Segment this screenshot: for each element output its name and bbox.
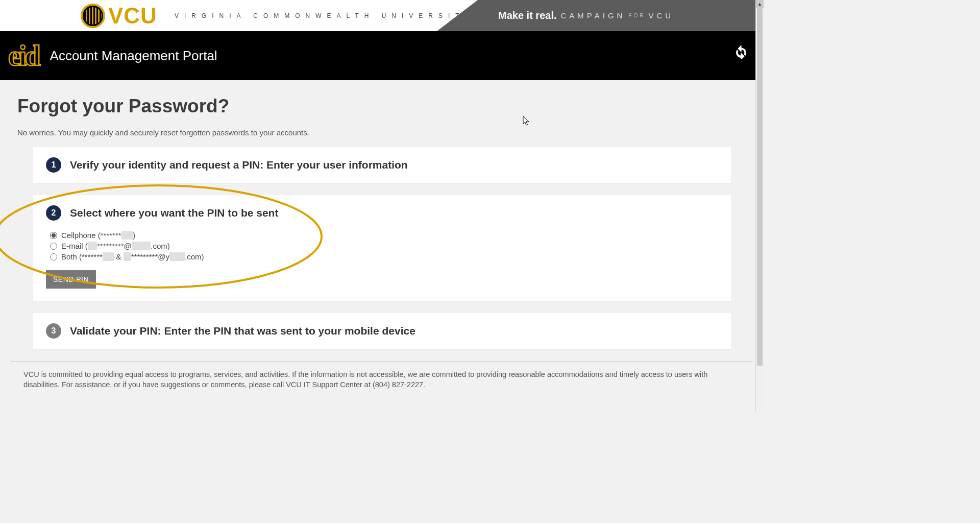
vcu-seal-icon [81, 4, 105, 28]
vcu-logo-text: VCU [108, 3, 157, 29]
portal-header: eid Account Management Portal [0, 31, 764, 80]
mouse-cursor-icon [523, 116, 530, 126]
send-pin-button[interactable]: SEND PIN [46, 270, 96, 289]
footer-divider [11, 361, 752, 362]
refresh-icon[interactable] [734, 44, 748, 59]
vcu-logo[interactable]: VCU [81, 3, 157, 29]
university-full-name: VIRGINIA COMMONWEALTH UNIVERSITY [175, 12, 475, 19]
vcu-text: VCU [649, 11, 674, 20]
page-title: Forgot your Password? [17, 96, 746, 117]
eid-logo-icon[interactable]: eid [8, 41, 39, 70]
step-2-title: Select where you want the PIN to be sent [70, 207, 278, 219]
campaign-text: CAMPAIGN [561, 11, 626, 20]
make-it-real-text: Make it real. [498, 10, 557, 21]
step-3-card[interactable]: 3 Validate your PIN: Enter the PIN that … [33, 313, 731, 349]
vcu-top-banner: VCU VIRGINIA COMMONWEALTH UNIVERSITY Mak… [0, 0, 764, 31]
step-number-3: 3 [46, 323, 61, 339]
footer-accessibility-text: VCU is committed to providing equal acce… [0, 370, 764, 390]
main-content: Forgot your Password? No worries. You ma… [0, 80, 764, 349]
radio-cellphone[interactable] [50, 232, 57, 239]
page-subtitle: No worries. You may quickly and securely… [17, 128, 746, 137]
option-cellphone[interactable]: Cellphone (*******xxx) [50, 231, 718, 240]
step-1-title: Verify your identity and request a PIN: … [70, 159, 408, 171]
option-both[interactable]: Both (*******xxx & xx*********@yxxxx.com… [50, 252, 718, 261]
step-number-2: 2 [46, 205, 61, 221]
browser-scrollbar[interactable]: ▲ [755, 0, 764, 412]
option-both-label: Both (*******xxx & xx*********@yxxxx.com… [61, 252, 204, 261]
pin-destination-options: Cellphone (*******xxx) E-mail (jxx******… [50, 231, 718, 261]
steps-container: 1 Verify your identity and request a PIN… [17, 147, 746, 349]
radio-email[interactable] [50, 243, 57, 250]
radio-both[interactable] [50, 253, 57, 260]
step-number-1: 1 [46, 157, 61, 173]
option-email[interactable]: E-mail (jxx*********@xxxxx.com) [50, 242, 718, 250]
step-1-card[interactable]: 1 Verify your identity and request a PIN… [33, 147, 731, 183]
portal-title: Account Management Portal [50, 48, 217, 64]
option-email-label: E-mail (jxx*********@xxxxx.com) [61, 242, 170, 250]
scroll-thumb[interactable] [757, 8, 763, 366]
for-text: FOR [628, 13, 645, 18]
option-cellphone-label: Cellphone (*******xxx) [61, 231, 135, 240]
step-2-card: 2 Select where you want the PIN to be se… [33, 195, 731, 301]
step-3-title: Validate your PIN: Enter the PIN that wa… [70, 325, 415, 337]
scroll-up-icon[interactable]: ▲ [756, 0, 764, 8]
campaign-banner[interactable]: Make it real. CAMPAIGN FOR VCU [437, 0, 764, 31]
